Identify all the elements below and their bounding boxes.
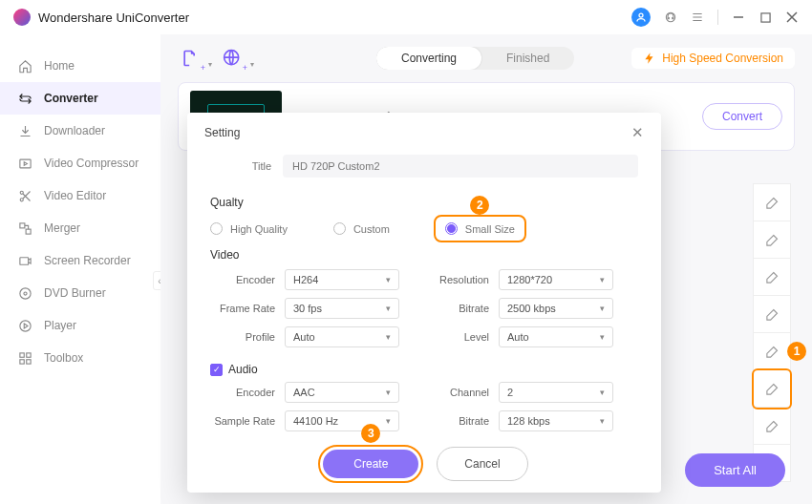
title-label: Title	[210, 160, 283, 172]
framerate-select[interactable]: 30 fps▾	[285, 298, 399, 319]
callout-badge-1: 1	[787, 342, 806, 361]
audio-heading: Audio	[228, 363, 258, 376]
add-url-button[interactable]: +▾	[220, 46, 245, 71]
play-icon	[17, 318, 32, 333]
svg-rect-8	[19, 257, 28, 264]
channel-select[interactable]: 2▾	[499, 382, 613, 403]
sidebar-item-editor[interactable]: Video Editor	[0, 179, 160, 212]
modal-close-button[interactable]: ✕	[631, 124, 644, 141]
titlebar: Wondershare UniConverter	[0, 0, 812, 34]
svg-rect-14	[19, 359, 23, 363]
svg-rect-6	[19, 222, 24, 227]
svg-rect-12	[19, 352, 23, 356]
support-icon[interactable]	[664, 10, 677, 24]
settings-modal: Setting ✕ Title Qualty High Quality Cust…	[187, 113, 661, 493]
edit-settings-button-active[interactable]	[754, 370, 790, 408]
bolt-icon	[643, 52, 656, 65]
recorder-icon	[17, 253, 32, 268]
sidebar-item-converter[interactable]: Converter	[0, 82, 160, 115]
merger-icon	[17, 220, 32, 236]
sidebar-item-label: Video Compressor	[44, 157, 139, 170]
svg-point-5	[20, 198, 23, 200]
grid-icon	[17, 350, 32, 366]
audio-bitrate-select[interactable]: 128 kbps▾	[499, 410, 613, 431]
edit-column	[753, 183, 791, 482]
tab-finished[interactable]: Finished	[481, 47, 574, 70]
sidebar-item-dvd[interactable]: DVD Burner	[0, 277, 160, 309]
convert-button[interactable]: Convert	[702, 103, 782, 130]
sidebar-item-toolbox[interactable]: Toolbox	[0, 342, 160, 374]
sidebar-item-label: Merger	[44, 221, 80, 235]
download-icon	[17, 123, 32, 138]
add-file-button[interactable]: +▾	[178, 46, 203, 71]
svg-point-10	[23, 291, 26, 294]
home-icon	[17, 58, 32, 74]
sidebar-item-label: Converter	[44, 92, 98, 105]
radio-small-size[interactable]: Small Size	[445, 222, 515, 235]
profile-select[interactable]: Auto▾	[285, 326, 399, 347]
audio-encoder-select[interactable]: AAC▾	[285, 382, 399, 403]
svg-rect-2	[760, 12, 769, 21]
svg-rect-13	[26, 352, 30, 356]
svg-point-0	[639, 13, 643, 17]
create-button[interactable]: Create	[323, 450, 418, 478]
radio-high-quality[interactable]: High Quality	[210, 217, 288, 241]
sidebar-item-label: Downloader	[44, 124, 105, 137]
menu-icon[interactable]	[691, 10, 704, 24]
sidebar-item-label: DVD Burner	[44, 286, 106, 300]
sidebar-item-label: Video Editor	[44, 189, 106, 202]
compressor-icon	[17, 156, 32, 171]
edit-settings-button[interactable]	[754, 184, 790, 221]
samplerate-select[interactable]: 44100 Hz▾	[285, 410, 399, 431]
tab-segment: Converting Finished	[376, 47, 574, 70]
tab-converting[interactable]: Converting	[376, 47, 481, 70]
sidebar-item-merger[interactable]: Merger	[0, 212, 160, 244]
account-icon[interactable]	[631, 8, 651, 27]
audio-checkbox[interactable]: ✓	[210, 364, 223, 376]
sidebar-item-label: Home	[44, 59, 75, 73]
sidebar-item-player[interactable]: Player	[0, 309, 160, 342]
svg-point-11	[19, 320, 30, 330]
sidebar-item-downloader[interactable]: Downloader	[0, 115, 160, 147]
cancel-button[interactable]: Cancel	[437, 447, 527, 481]
scissors-icon	[17, 188, 32, 203]
edit-settings-button[interactable]	[754, 221, 790, 259]
video-bitrate-select[interactable]: 2500 kbps▾	[499, 298, 613, 319]
callout-badge-3: 3	[361, 424, 380, 443]
sidebar-item-home[interactable]: Home	[0, 50, 160, 82]
sidebar-item-label: Screen Recorder	[44, 254, 131, 267]
sidebar-item-label: Toolbox	[44, 351, 83, 365]
minimize-button[interactable]	[732, 10, 745, 24]
level-select[interactable]: Auto▾	[499, 326, 613, 347]
high-speed-toggle[interactable]: High Speed Conversion	[631, 48, 795, 69]
svg-point-4	[20, 191, 23, 194]
svg-point-9	[19, 287, 30, 298]
sidebar-item-recorder[interactable]: Screen Recorder	[0, 244, 160, 277]
sidebar-item-compressor[interactable]: Video Compressor	[0, 147, 160, 179]
video-heading: Video	[210, 248, 661, 262]
close-button[interactable]	[785, 10, 799, 24]
radio-custom[interactable]: Custom	[333, 217, 390, 241]
sidebar-item-label: Player	[44, 319, 76, 332]
edit-settings-button[interactable]	[754, 259, 790, 296]
resolution-select[interactable]: 1280*720▾	[499, 269, 613, 290]
edit-settings-button[interactable]	[754, 333, 790, 370]
converter-icon	[17, 91, 32, 106]
video-encoder-select[interactable]: H264▾	[285, 269, 399, 290]
edit-settings-button[interactable]	[754, 296, 790, 333]
title-input[interactable]	[283, 155, 638, 178]
callout-badge-2: 2	[470, 196, 489, 215]
sidebar: Home Converter Downloader Video Compress…	[0, 34, 160, 504]
app-logo	[13, 9, 31, 26]
svg-rect-15	[26, 359, 30, 363]
disc-icon	[17, 285, 32, 301]
maximize-button[interactable]	[759, 10, 772, 24]
quality-heading: Qualty	[210, 196, 661, 209]
svg-rect-7	[26, 229, 31, 234]
edit-settings-button[interactable]	[754, 408, 790, 445]
start-all-button[interactable]: Start All	[685, 453, 785, 487]
svg-rect-3	[19, 159, 30, 168]
app-title: Wondershare UniConverter	[38, 10, 189, 25]
modal-title: Setting	[204, 126, 240, 139]
